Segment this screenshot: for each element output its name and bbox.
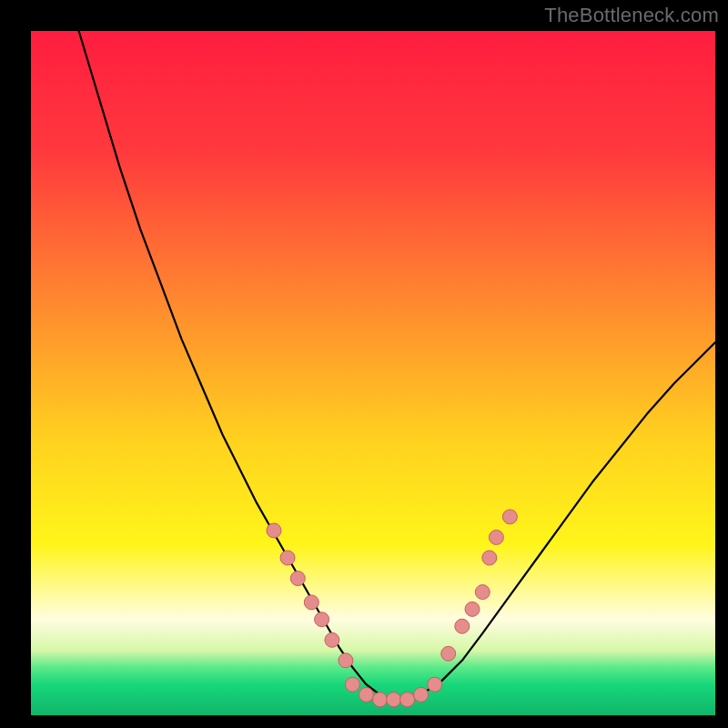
watermark-text: TheBottleneck.com xyxy=(544,4,719,27)
data-marker xyxy=(441,646,456,661)
data-marker xyxy=(290,571,305,586)
data-marker xyxy=(428,677,442,692)
data-marker xyxy=(304,595,318,610)
data-marker xyxy=(345,677,359,692)
data-marker xyxy=(267,523,281,538)
data-marker xyxy=(502,510,517,524)
data-marker xyxy=(455,619,470,633)
data-marker xyxy=(387,693,401,707)
data-marker xyxy=(359,687,374,702)
data-marker xyxy=(315,612,329,627)
data-marker xyxy=(465,602,480,616)
bottleneck-plot xyxy=(31,31,715,715)
data-marker xyxy=(280,551,295,565)
data-marker xyxy=(400,693,415,707)
data-marker xyxy=(414,687,429,702)
data-marker xyxy=(373,693,388,707)
data-marker xyxy=(482,551,497,565)
data-marker xyxy=(339,653,353,668)
gradient-background xyxy=(31,31,715,715)
data-marker xyxy=(475,585,490,600)
chart-frame: TheBottleneck.com xyxy=(0,0,728,728)
data-marker xyxy=(489,531,503,545)
data-marker xyxy=(325,632,339,647)
